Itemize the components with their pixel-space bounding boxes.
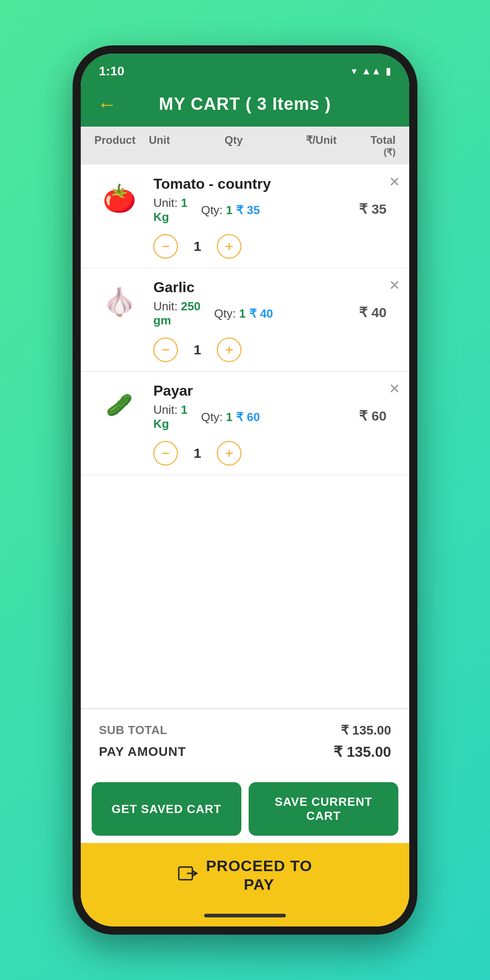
qty-label: Qty: 1 ₹ 60 (201, 410, 260, 424)
garlic-icon: 🧄 (103, 286, 137, 318)
status-time: 1:10 (99, 64, 124, 78)
cart-item: ✕ 🧄 Garlic Unit: 250gm Qty: 1 ₹ 40 ₹ 40 (81, 268, 409, 372)
decrease-qty-button[interactable]: − (153, 234, 178, 259)
qty-label: Qty: 1 ₹ 40 (214, 307, 273, 321)
qty-display: 1 (191, 342, 204, 358)
remove-item-button[interactable]: ✕ (389, 277, 400, 293)
unit-price: ₹ 35 (236, 203, 260, 217)
tomato-icon: 🍅 (103, 182, 137, 215)
proceed-text: PROCEED TOPAY (206, 857, 312, 894)
qty-label: Qty: 1 ₹ 35 (201, 203, 260, 217)
remove-item-button[interactable]: ✕ (389, 381, 400, 397)
unit-price: ₹ 60 (236, 410, 260, 424)
increase-qty-button[interactable]: + (217, 441, 241, 466)
unit-value: 1Kg (153, 196, 187, 224)
item-name: Tomato - country (153, 176, 396, 192)
item-total-price: ₹ 60 (359, 408, 387, 424)
increase-qty-button[interactable]: + (217, 234, 241, 259)
back-button[interactable]: ← (97, 93, 117, 116)
cart-item: ✕ 🍅 Tomato - country Unit: 1Kg Qty: 1 ₹ … (81, 165, 409, 268)
qty-display: 1 (191, 239, 204, 254)
qty-controls: − 1 + (153, 234, 396, 259)
col-product-label: Product (94, 134, 149, 157)
col-total-label: Total (₹) (337, 134, 396, 157)
decrease-qty-button[interactable]: − (153, 441, 178, 466)
cart-items-list: ✕ 🍅 Tomato - country Unit: 1Kg Qty: 1 ₹ … (81, 165, 409, 708)
header: ← MY CART ( 3 Items ) (81, 85, 409, 127)
signal-icon: ▲▲ (361, 65, 381, 77)
item-total-price: ₹ 40 (359, 304, 387, 320)
save-current-cart-button[interactable]: SAVE CURRENT CART (249, 782, 398, 836)
qty-value: 1 (239, 307, 245, 320)
home-indicator (81, 907, 409, 926)
pay-amount-row: PAY AMOUNT ₹ 135.00 (99, 743, 391, 760)
unit-label: Unit: 1Kg (153, 196, 187, 224)
proceed-icon (178, 863, 198, 887)
item-name: Garlic (153, 279, 396, 296)
col-qty-label: Qty (203, 134, 264, 157)
unit-label: Unit: 1Kg (153, 403, 187, 431)
home-bar (204, 914, 286, 917)
qty-controls: − 1 + (153, 441, 396, 466)
payar-icon: 🥒 (106, 392, 133, 418)
col-unit-label: Unit (149, 134, 203, 157)
item-image: 🍅 (94, 176, 144, 221)
unit-value: 250gm (153, 299, 201, 327)
phone-frame: 1:10 ▾ ▲▲ ▮ ← MY CART ( 3 Items ) Produc… (73, 45, 417, 935)
subtotal-label: SUB TOTAL (99, 723, 167, 737)
table-header: Product Unit Qty ₹/Unit Total (₹) (81, 127, 409, 165)
action-buttons: GET SAVED CART SAVE CURRENT CART (81, 775, 409, 843)
unit-value: 1Kg (153, 403, 187, 431)
status-icons: ▾ ▲▲ ▮ (352, 65, 391, 77)
subtotal-value: ₹ 135.00 (341, 723, 391, 738)
proceed-to-pay-button[interactable]: PROCEED TOPAY (81, 843, 409, 907)
pay-amount-value: ₹ 135.00 (333, 743, 391, 760)
phone-screen: 1:10 ▾ ▲▲ ▮ ← MY CART ( 3 Items ) Produc… (81, 54, 409, 926)
cart-item: ✕ 🥒 Payar Unit: 1Kg Qty: 1 ₹ 60 ₹ 60 (81, 372, 409, 475)
qty-value: 1 (226, 203, 232, 217)
qty-value: 1 (226, 410, 232, 424)
decrease-qty-button[interactable]: − (153, 338, 178, 362)
qty-controls: − 1 + (153, 338, 396, 362)
item-name: Payar (153, 382, 396, 399)
pay-amount-label: PAY AMOUNT (99, 745, 186, 759)
wifi-icon: ▾ (352, 65, 357, 77)
status-bar: 1:10 ▾ ▲▲ ▮ (81, 54, 409, 85)
remove-item-button[interactable]: ✕ (389, 174, 400, 190)
item-image: 🧄 (94, 279, 144, 324)
order-summary: SUB TOTAL ₹ 135.00 PAY AMOUNT ₹ 135.00 (81, 708, 409, 775)
increase-qty-button[interactable]: + (217, 338, 241, 362)
item-image: 🥒 (94, 382, 144, 428)
unit-label: Unit: 250gm (153, 299, 201, 328)
unit-price: ₹ 40 (249, 307, 273, 320)
battery-icon: ▮ (386, 65, 391, 77)
page-title: MY CART ( 3 Items ) (159, 94, 331, 114)
subtotal-row: SUB TOTAL ₹ 135.00 (99, 723, 391, 738)
get-saved-cart-button[interactable]: GET SAVED CART (92, 782, 241, 836)
item-total-price: ₹ 35 (359, 201, 387, 217)
qty-display: 1 (191, 446, 204, 461)
col-rupunit-label: ₹/Unit (264, 134, 337, 157)
